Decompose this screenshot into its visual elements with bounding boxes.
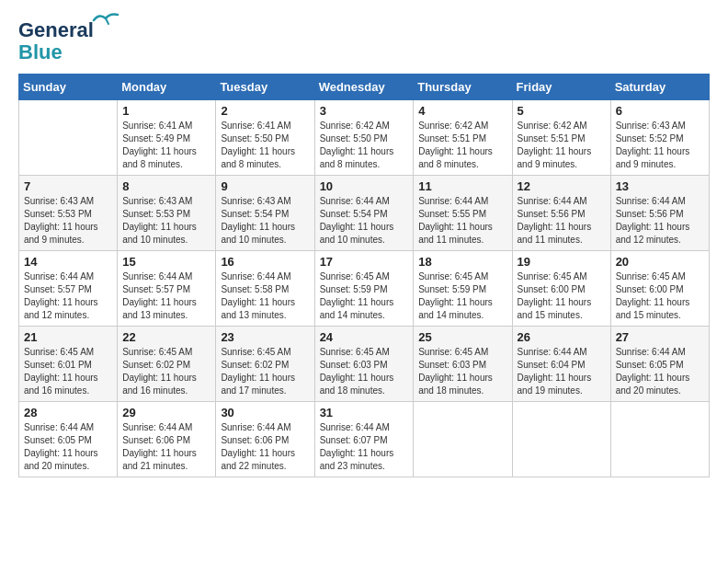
day-number: 22: [122, 330, 210, 344]
calendar-cell: 25Sunrise: 6:45 AMSunset: 6:03 PMDayligh…: [414, 327, 512, 402]
calendar-cell: 12Sunrise: 6:44 AMSunset: 5:56 PMDayligh…: [512, 176, 610, 251]
day-number: 11: [418, 179, 506, 193]
page-header: General Blue: [18, 18, 710, 64]
day-number: 24: [320, 330, 409, 344]
day-number: 8: [122, 179, 210, 193]
day-number: 29: [122, 406, 210, 419]
calendar-cell: 13Sunrise: 6:44 AMSunset: 5:56 PMDayligh…: [610, 176, 709, 251]
day-number: 2: [221, 104, 309, 118]
calendar-cell: [19, 100, 118, 176]
day-number: 12: [518, 179, 606, 193]
day-info: Sunrise: 6:44 AMSunset: 5:56 PMDaylight:…: [616, 195, 704, 247]
day-number: 13: [616, 179, 704, 193]
day-number: 20: [616, 255, 704, 269]
day-number: 7: [24, 179, 112, 193]
day-number: 21: [24, 330, 112, 344]
calendar-cell: 10Sunrise: 6:44 AMSunset: 5:54 PMDayligh…: [314, 176, 414, 251]
day-header-saturday: Saturday: [610, 75, 709, 100]
day-number: 15: [122, 255, 210, 269]
calendar-cell: 31Sunrise: 6:44 AMSunset: 6:07 PMDayligh…: [314, 402, 414, 477]
day-info: Sunrise: 6:41 AMSunset: 5:49 PMDaylight:…: [122, 120, 210, 171]
calendar-cell: [414, 402, 512, 477]
day-info: Sunrise: 6:42 AMSunset: 5:50 PMDaylight:…: [320, 120, 409, 171]
day-info: Sunrise: 6:44 AMSunset: 6:07 PMDaylight:…: [320, 421, 409, 473]
day-number: 31: [320, 406, 409, 419]
day-number: 27: [616, 330, 704, 344]
day-number: 10: [320, 179, 409, 193]
calendar-cell: 11Sunrise: 6:44 AMSunset: 5:55 PMDayligh…: [414, 176, 512, 251]
calendar-cell: 22Sunrise: 6:45 AMSunset: 6:02 PMDayligh…: [118, 327, 216, 402]
calendar-cell: 6Sunrise: 6:43 AMSunset: 5:52 PMDaylight…: [610, 100, 709, 176]
calendar-cell: 19Sunrise: 6:45 AMSunset: 6:00 PMDayligh…: [512, 251, 610, 327]
calendar-week-row: 7Sunrise: 6:43 AMSunset: 5:53 PMDaylight…: [19, 176, 710, 251]
day-info: Sunrise: 6:45 AMSunset: 6:01 PMDaylight:…: [24, 346, 112, 397]
day-info: Sunrise: 6:45 AMSunset: 5:59 PMDaylight:…: [320, 270, 409, 322]
calendar-cell: 23Sunrise: 6:45 AMSunset: 6:02 PMDayligh…: [216, 327, 314, 402]
day-info: Sunrise: 6:44 AMSunset: 6:05 PMDaylight:…: [616, 346, 704, 397]
calendar-cell: 21Sunrise: 6:45 AMSunset: 6:01 PMDayligh…: [19, 327, 118, 402]
day-info: Sunrise: 6:44 AMSunset: 5:56 PMDaylight:…: [518, 195, 606, 247]
logo-general: General: [18, 18, 94, 41]
day-header-sunday: Sunday: [19, 75, 118, 100]
day-info: Sunrise: 6:42 AMSunset: 5:51 PMDaylight:…: [518, 120, 606, 171]
day-info: Sunrise: 6:44 AMSunset: 6:04 PMDaylight:…: [518, 346, 606, 397]
day-number: 3: [320, 104, 409, 118]
logo-bird-icon: [92, 11, 119, 29]
day-info: Sunrise: 6:45 AMSunset: 6:02 PMDaylight:…: [122, 346, 210, 397]
day-info: Sunrise: 6:45 AMSunset: 6:00 PMDaylight:…: [616, 270, 704, 322]
calendar-cell: 17Sunrise: 6:45 AMSunset: 5:59 PMDayligh…: [314, 251, 414, 327]
day-info: Sunrise: 6:44 AMSunset: 5:57 PMDaylight:…: [122, 270, 210, 322]
day-number: 18: [418, 255, 506, 269]
calendar-header-row: SundayMondayTuesdayWednesdayThursdayFrid…: [19, 75, 710, 100]
day-number: 16: [221, 255, 309, 269]
day-number: 28: [24, 406, 112, 419]
day-info: Sunrise: 6:43 AMSunset: 5:53 PMDaylight:…: [122, 195, 210, 247]
day-header-monday: Monday: [118, 75, 216, 100]
day-header-tuesday: Tuesday: [216, 75, 314, 100]
calendar-cell: 18Sunrise: 6:45 AMSunset: 5:59 PMDayligh…: [414, 251, 512, 327]
calendar-cell: [512, 402, 610, 477]
day-number: 14: [24, 255, 112, 269]
day-info: Sunrise: 6:44 AMSunset: 5:57 PMDaylight:…: [24, 270, 112, 322]
calendar-cell: 28Sunrise: 6:44 AMSunset: 6:05 PMDayligh…: [19, 402, 118, 477]
day-info: Sunrise: 6:43 AMSunset: 5:54 PMDaylight:…: [221, 195, 309, 247]
day-info: Sunrise: 6:44 AMSunset: 5:54 PMDaylight:…: [320, 195, 409, 247]
day-info: Sunrise: 6:45 AMSunset: 6:02 PMDaylight:…: [221, 346, 309, 397]
day-number: 26: [518, 330, 606, 344]
calendar-cell: 3Sunrise: 6:42 AMSunset: 5:50 PMDaylight…: [314, 100, 414, 176]
day-info: Sunrise: 6:45 AMSunset: 6:03 PMDaylight:…: [320, 346, 409, 397]
calendar-cell: 9Sunrise: 6:43 AMSunset: 5:54 PMDaylight…: [216, 176, 314, 251]
calendar-cell: 24Sunrise: 6:45 AMSunset: 6:03 PMDayligh…: [314, 327, 414, 402]
calendar-cell: 30Sunrise: 6:44 AMSunset: 6:06 PMDayligh…: [216, 402, 314, 477]
day-header-friday: Friday: [512, 75, 610, 100]
logo-blue: Blue: [18, 40, 63, 64]
calendar-cell: 29Sunrise: 6:44 AMSunset: 6:06 PMDayligh…: [118, 402, 216, 477]
day-info: Sunrise: 6:45 AMSunset: 6:03 PMDaylight:…: [418, 346, 506, 397]
calendar-cell: 26Sunrise: 6:44 AMSunset: 6:04 PMDayligh…: [512, 327, 610, 402]
day-number: 25: [418, 330, 506, 344]
day-number: 5: [518, 104, 606, 118]
day-number: 9: [221, 179, 309, 193]
calendar-cell: [610, 402, 709, 477]
day-info: Sunrise: 6:44 AMSunset: 6:05 PMDaylight:…: [24, 421, 112, 473]
calendar-cell: 1Sunrise: 6:41 AMSunset: 5:49 PMDaylight…: [118, 100, 216, 176]
day-number: 17: [320, 255, 409, 269]
day-info: Sunrise: 6:43 AMSunset: 5:53 PMDaylight:…: [24, 195, 112, 247]
day-info: Sunrise: 6:41 AMSunset: 5:50 PMDaylight:…: [221, 120, 309, 171]
day-number: 6: [616, 104, 704, 118]
calendar-cell: 7Sunrise: 6:43 AMSunset: 5:53 PMDaylight…: [19, 176, 118, 251]
day-info: Sunrise: 6:45 AMSunset: 5:59 PMDaylight:…: [418, 270, 506, 322]
day-number: 30: [221, 406, 309, 419]
day-header-wednesday: Wednesday: [314, 75, 414, 100]
day-info: Sunrise: 6:44 AMSunset: 6:06 PMDaylight:…: [221, 421, 309, 473]
calendar-table: SundayMondayTuesdayWednesdayThursdayFrid…: [18, 74, 710, 477]
calendar-cell: 27Sunrise: 6:44 AMSunset: 6:05 PMDayligh…: [610, 327, 709, 402]
day-info: Sunrise: 6:44 AMSunset: 5:55 PMDaylight:…: [418, 195, 506, 247]
calendar-cell: 16Sunrise: 6:44 AMSunset: 5:58 PMDayligh…: [216, 251, 314, 327]
calendar-cell: 2Sunrise: 6:41 AMSunset: 5:50 PMDaylight…: [216, 100, 314, 176]
calendar-week-row: 21Sunrise: 6:45 AMSunset: 6:01 PMDayligh…: [19, 327, 710, 402]
day-number: 4: [418, 104, 506, 118]
logo: General Blue: [18, 18, 94, 64]
calendar-week-row: 1Sunrise: 6:41 AMSunset: 5:49 PMDaylight…: [19, 100, 710, 176]
calendar-cell: 5Sunrise: 6:42 AMSunset: 5:51 PMDaylight…: [512, 100, 610, 176]
